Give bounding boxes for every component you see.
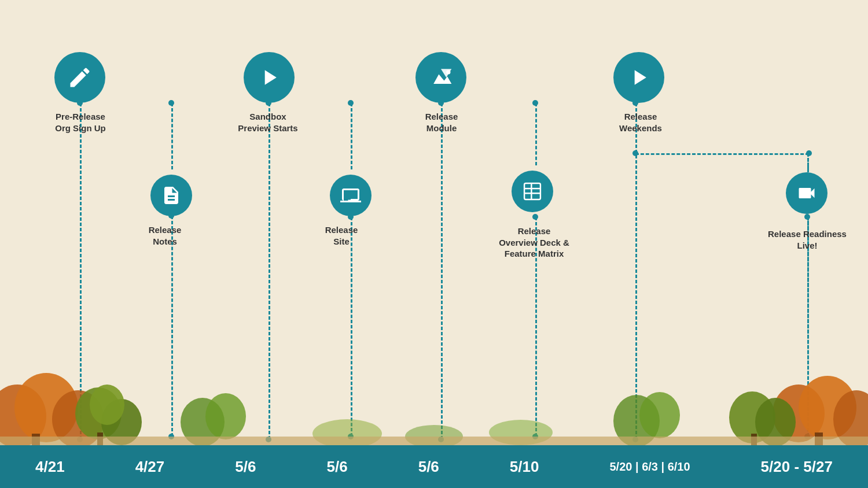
line-release-site-upper xyxy=(351,103,352,169)
pencil-icon xyxy=(67,65,93,90)
date-427: 4/27 xyxy=(135,458,165,476)
dot-release-site-top xyxy=(348,100,354,106)
label-release-overview: ReleaseOverview Deck &Feature Matrix xyxy=(476,225,592,260)
circle-sandbox xyxy=(244,52,295,103)
label-release-notes: ReleaseNotes xyxy=(122,224,208,247)
monitor-icon xyxy=(340,185,361,206)
timeline-area: Pre-Release Org Sign Up SandboxPreview S… xyxy=(0,0,868,445)
date-weekends: 5/20 | 6/3 | 6/10 xyxy=(610,460,690,474)
play-icon-weekends xyxy=(626,65,652,90)
label-sandbox: SandboxPreview Starts xyxy=(213,111,323,134)
date-readiness: 5/20 - 5/27 xyxy=(761,458,833,476)
svg-point-0 xyxy=(446,70,450,74)
label-release-module: ReleaseModule xyxy=(387,111,496,134)
label-release-readiness: Release ReadinessLive! xyxy=(726,228,868,251)
circle-release-readiness xyxy=(786,172,827,214)
dot-sandbox-bottom xyxy=(266,437,271,442)
date-421: 4/21 xyxy=(35,458,65,476)
label-release-site: ReleaseSite xyxy=(304,224,379,247)
date-56-module: 5/6 xyxy=(418,458,439,476)
line-sandbox xyxy=(269,103,270,439)
circle-release-notes xyxy=(150,175,192,216)
date-bar: 4/21 4/27 5/6 5/6 5/6 5/10 5/20 | 6/3 | … xyxy=(0,445,868,488)
dot-release-notes-top xyxy=(168,100,174,106)
date-56-sandbox: 5/6 xyxy=(235,458,256,476)
mountain-icon2 xyxy=(428,65,454,90)
label-release-weekends: ReleaseWeekends xyxy=(586,111,696,134)
svg-rect-1 xyxy=(348,200,354,202)
svg-rect-2 xyxy=(524,183,540,199)
line-pre-release xyxy=(80,103,82,439)
line-release-notes-upper xyxy=(171,103,173,169)
circle-release-weekends xyxy=(613,52,664,103)
dot-release-overview-top xyxy=(532,100,538,106)
play-icon xyxy=(256,65,282,90)
date-510: 5/10 xyxy=(510,458,539,476)
video-icon xyxy=(796,183,817,204)
dot-release-overview-bottom xyxy=(532,434,538,439)
h-line-weekends-top xyxy=(635,153,809,155)
dot-release-notes-bottom xyxy=(168,434,174,439)
grid-icon2 xyxy=(522,181,543,202)
dot-release-overview-circle-bottom xyxy=(532,214,538,220)
line-release-site-lower xyxy=(351,217,352,437)
circle-pre-release xyxy=(54,52,105,103)
label-pre-release: Pre-Release Org Sign Up xyxy=(25,111,135,134)
circle-release-site xyxy=(330,175,372,216)
dot-weekends-hline-right xyxy=(806,150,812,156)
date-56-site: 5/6 xyxy=(326,458,347,476)
line-release-overview-upper xyxy=(535,103,537,165)
circle-release-overview xyxy=(512,171,553,212)
line-release-module xyxy=(441,103,443,439)
circle-release-module xyxy=(415,52,466,103)
dot-release-site-bottom xyxy=(348,434,354,439)
dot-release-module-bottom xyxy=(438,437,444,442)
document-icon xyxy=(161,185,182,206)
dot-pre-release-bottom xyxy=(77,437,83,442)
line-release-notes-lower xyxy=(171,216,173,437)
dot-release-weekends-left-bottom xyxy=(632,437,638,442)
dot-weekends-hline-left xyxy=(632,150,638,156)
dot-release-readiness-circle-bottom xyxy=(804,214,810,220)
dot-release-weekends-right-bottom xyxy=(804,434,810,439)
